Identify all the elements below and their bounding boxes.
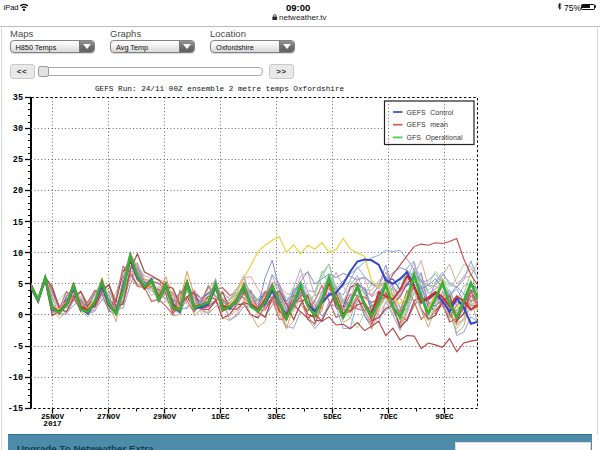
svg-text:-5: -5 — [13, 342, 23, 352]
svg-text:0: 0 — [18, 311, 23, 321]
svg-text:3DEC: 3DEC — [267, 413, 286, 421]
svg-text:9DEC: 9DEC — [435, 413, 454, 421]
svg-text:30: 30 — [13, 124, 23, 134]
svg-text:1DEC: 1DEC — [211, 413, 230, 421]
svg-text:5DEC: 5DEC — [323, 413, 342, 421]
svg-text:35: 35 — [13, 93, 23, 103]
svg-text:15: 15 — [13, 218, 23, 228]
svg-text:25: 25 — [13, 155, 23, 165]
svg-text:-10: -10 — [8, 373, 23, 383]
svg-text:20: 20 — [13, 186, 23, 196]
svg-text:GFS Operational: GFS Operational — [407, 134, 463, 142]
svg-text:29NOV: 29NOV — [153, 413, 176, 421]
svg-text:5: 5 — [18, 280, 23, 290]
svg-text:7DEC: 7DEC — [379, 413, 398, 421]
svg-text:10: 10 — [13, 249, 23, 259]
svg-text:27NOV: 27NOV — [97, 413, 120, 421]
svg-text:2017: 2017 — [43, 420, 62, 428]
svg-text:GEFS Control: GEFS Control — [407, 109, 454, 116]
svg-text:GEFS mean: GEFS mean — [407, 121, 448, 128]
svg-text:-15: -15 — [8, 404, 23, 414]
svg-text:GEFS Run: 24/11 00Z ensemble 2: GEFS Run: 24/11 00Z ensemble 2 metre tem… — [95, 85, 345, 93]
